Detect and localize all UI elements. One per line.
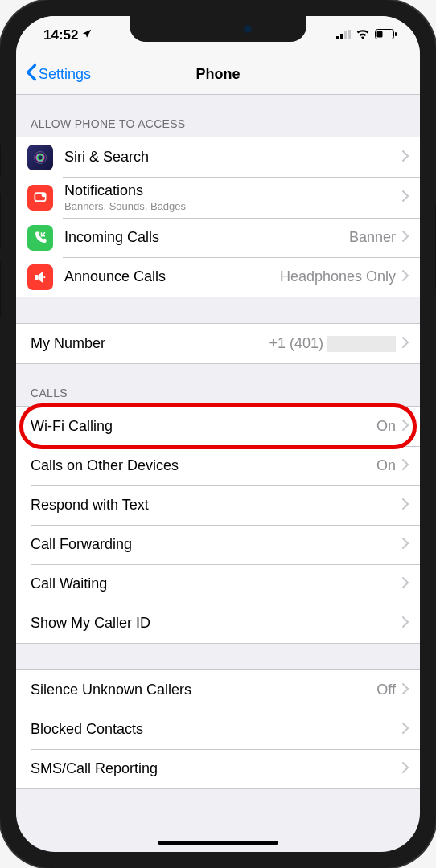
screen: 14:52 Se <box>16 16 420 852</box>
row-label: Wi-Fi Calling <box>31 418 376 435</box>
location-arrow-icon <box>81 27 93 43</box>
chevron-right-icon <box>402 498 409 513</box>
back-button[interactable]: Settings <box>26 63 91 85</box>
row-calls-other-devices[interactable]: Calls on Other Devices On <box>16 446 420 485</box>
svg-point-14 <box>43 276 45 277</box>
notifications-icon <box>27 185 53 211</box>
row-label: Respond with Text <box>31 497 402 514</box>
row-value: Headphones Only <box>280 268 396 285</box>
chevron-right-icon <box>402 270 409 285</box>
svg-rect-5 <box>377 31 383 38</box>
chevron-right-icon <box>402 577 409 592</box>
chevron-right-icon <box>402 723 409 737</box>
chevron-right-icon <box>402 190 409 205</box>
row-announce-calls[interactable]: Announce Calls Headphones Only <box>16 257 420 297</box>
row-notifications[interactable]: Notifications Banners, Sounds, Badges <box>16 177 420 218</box>
notch <box>130 16 306 42</box>
list-bottom: Silence Unknown Callers Off Blocked Cont… <box>16 669 420 789</box>
announce-calls-icon <box>27 264 53 290</box>
svg-point-10 <box>38 154 43 160</box>
list-mynumber: My Number +1 (401) <box>16 323 420 364</box>
incoming-calls-icon <box>27 225 53 251</box>
row-label: Silence Unknown Callers <box>31 682 376 698</box>
status-time: 14:52 <box>43 27 78 43</box>
row-label: My Number <box>31 335 269 352</box>
svg-rect-1 <box>340 34 343 39</box>
chevron-right-icon <box>402 616 409 631</box>
page-title: Phone <box>195 66 240 83</box>
row-respond-text[interactable]: Respond with Text <box>16 485 420 525</box>
chevron-right-icon <box>402 683 409 698</box>
row-incoming-calls[interactable]: Incoming Calls Banner <box>16 218 420 257</box>
chevron-right-icon <box>402 337 409 351</box>
svg-rect-3 <box>348 30 351 39</box>
list-calls: Wi-Fi Calling On Calls on Other Devices … <box>16 406 420 644</box>
svg-rect-6 <box>395 32 397 36</box>
row-label: Call Waiting <box>31 575 402 592</box>
svg-rect-13 <box>35 275 39 280</box>
row-value: On <box>376 457 396 474</box>
svg-rect-2 <box>344 31 347 39</box>
row-label: SMS/Call Reporting <box>31 760 402 777</box>
chevron-right-icon <box>402 231 409 245</box>
home-indicator[interactable] <box>158 841 278 845</box>
content-scroll[interactable]: ALLOW PHONE TO ACCESS Siri & Search Noti… <box>16 95 420 852</box>
chevron-right-icon <box>402 459 409 473</box>
row-value: +1 (401) <box>269 335 396 352</box>
row-sms-reporting[interactable]: SMS/Call Reporting <box>16 749 420 788</box>
row-siri-search[interactable]: Siri & Search <box>16 137 420 177</box>
row-sublabel: Banners, Sounds, Badges <box>64 200 402 212</box>
row-label: Call Forwarding <box>31 536 402 553</box>
chevron-right-icon <box>402 150 409 165</box>
row-call-forwarding[interactable]: Call Forwarding <box>16 525 420 564</box>
row-silence-unknown[interactable]: Silence Unknown Callers Off <box>16 670 420 710</box>
chevron-right-icon <box>402 420 409 434</box>
back-label: Settings <box>39 66 91 83</box>
row-wifi-calling[interactable]: Wi-Fi Calling On <box>16 407 420 446</box>
row-value: On <box>376 418 396 435</box>
chevron-right-icon <box>402 538 409 552</box>
siri-icon <box>27 145 53 170</box>
redacted-number <box>327 336 396 352</box>
iphone-frame: 14:52 Se <box>0 0 436 868</box>
list-access: Siri & Search Notifications Banners, Sou… <box>16 137 420 297</box>
section-header-calls: CALLS <box>16 364 420 406</box>
row-label: Notifications <box>64 182 402 199</box>
chevron-right-icon <box>402 762 409 776</box>
row-label: Show My Caller ID <box>31 615 402 632</box>
nav-bar: Settings Phone <box>16 55 420 95</box>
row-label: Siri & Search <box>64 149 402 166</box>
chevron-left-icon <box>26 63 37 85</box>
row-caller-id[interactable]: Show My Caller ID <box>16 604 420 643</box>
battery-icon <box>375 27 397 43</box>
row-label: Blocked Contacts <box>31 721 402 738</box>
svg-point-12 <box>42 193 46 197</box>
row-label: Calls on Other Devices <box>31 457 376 474</box>
row-label: Announce Calls <box>64 268 280 285</box>
row-blocked-contacts[interactable]: Blocked Contacts <box>16 710 420 749</box>
section-header-access: ALLOW PHONE TO ACCESS <box>16 95 420 137</box>
row-label: Incoming Calls <box>64 229 349 246</box>
svg-rect-0 <box>336 36 339 39</box>
cellular-signal-icon <box>336 27 351 43</box>
row-my-number[interactable]: My Number +1 (401) <box>16 324 420 363</box>
row-value: Banner <box>349 229 396 246</box>
row-call-waiting[interactable]: Call Waiting <box>16 564 420 604</box>
wifi-icon <box>356 27 370 43</box>
row-value: Off <box>376 682 396 698</box>
